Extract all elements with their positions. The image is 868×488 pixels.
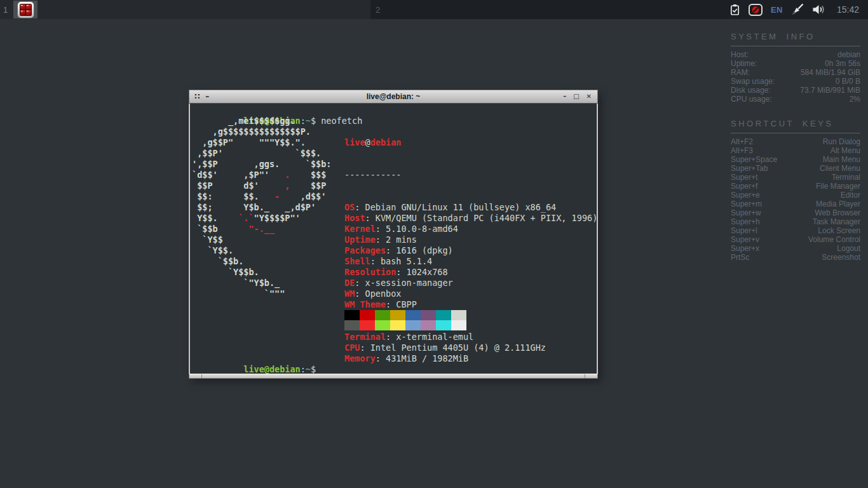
neofetch-field: Host: KVM/QEMU (Standard PC (i440FX + PI… <box>344 213 597 224</box>
palette-swatch <box>390 320 405 330</box>
palette-swatch <box>344 320 360 330</box>
conky-system-info-title: SYSTEM INFO <box>731 32 860 41</box>
prompt-line-idle: live@debian:~$ <box>192 353 316 374</box>
prompt-user-host: live@debian <box>243 364 300 374</box>
conky-row: Super+wWeb Browser <box>731 208 860 217</box>
clipboard-icon[interactable] <box>729 4 740 16</box>
conky-row: Super+eEditor <box>731 191 860 200</box>
terminal-color-palette <box>344 310 466 330</box>
neofetch-field: WM Theme: CBPP <box>344 299 597 310</box>
keyboard-layout-indicator[interactable]: EN <box>771 5 783 15</box>
neofetch-field: Uptime: 2 mins <box>344 234 597 245</box>
desktop: 1 2 <box>0 0 868 488</box>
conky-row: Super+xLogout <box>731 244 860 253</box>
neofetch-field: Terminal: x-terminal-emul <box>344 332 597 342</box>
debian-ascii-logo: _,met$$$$$gg. ,g$$$$$$$$$$$$$$$P. ,g$$P"… <box>192 116 331 299</box>
neofetch-field: Shell: bash 5.1.4 <box>344 256 597 267</box>
terminal-app-icon <box>18 2 34 18</box>
divider <box>731 46 860 46</box>
palette-swatch <box>390 310 405 320</box>
terminal-window: ∷ – live@debian: ~ – □ ✕ live@debian:~$n… <box>189 90 598 379</box>
palette-swatch <box>375 320 390 330</box>
conky-row: Super+tTerminal <box>731 173 860 182</box>
palette-swatch <box>344 310 360 320</box>
palette-swatch <box>436 310 451 320</box>
workspace-1-label: 1 <box>3 5 12 15</box>
palette-swatch <box>451 310 466 320</box>
maximize-button[interactable]: □ <box>573 93 579 100</box>
conky-row: Swap usage:0 B/0 B <box>731 77 860 86</box>
conky-row: Super+TabClient Menu <box>731 164 860 173</box>
conky-row: Alt+F3Alt Menu <box>731 146 860 155</box>
neofetch-field: OS: Debian GNU/Linux 11 (bullseye) x86_6… <box>344 202 597 213</box>
clock[interactable]: 15:42 <box>837 4 859 15</box>
window-titlebar[interactable]: ∷ – live@debian: ~ – □ ✕ <box>189 90 598 104</box>
conky-row: Host:debian <box>731 50 860 59</box>
conky-shortcut-keys-title: SHORTCUT KEYS <box>731 119 860 128</box>
neofetch-field: Kernel: 5.10.0-8-amd64 <box>344 224 597 234</box>
prompt-colon: : <box>301 364 306 374</box>
palette-swatch <box>405 320 421 330</box>
close-button[interactable]: ✕ <box>587 93 592 100</box>
workspace-2[interactable]: 2 EN <box>370 0 868 19</box>
conky-row: Super+vVolume Control <box>731 235 860 244</box>
terminal-body: live@debian:~$neofetch _,met$$$$$gg. ,g$… <box>189 104 598 374</box>
no-entry-icon[interactable] <box>749 4 763 16</box>
neofetch-title: live@debian <box>344 137 597 148</box>
top-panel: 1 2 <box>0 0 868 19</box>
palette-swatch <box>360 320 375 330</box>
neofetch-field: Memory: 431MiB / 1982MiB <box>344 353 597 364</box>
palette-swatch <box>405 310 421 320</box>
neofetch-field: DE: x-session-manager <box>344 278 597 288</box>
handle-grip-left <box>201 374 202 378</box>
palette-swatch <box>360 310 375 320</box>
neofetch-field: Packages: 1616 (dpkg) <box>344 245 597 256</box>
neofetch-field: CPU: Intel Pentium 4405U (4) @ 2.111GHz <box>344 342 597 353</box>
minimize-button[interactable]: – <box>563 93 566 100</box>
conky-row: CPU usage:2% <box>731 95 860 104</box>
neofetch-underline: ----------- <box>344 170 597 180</box>
workspace-1[interactable]: 1 <box>0 0 370 19</box>
conky-row: Super+hTask Manager <box>731 217 860 226</box>
palette-swatch <box>421 310 436 320</box>
palette-swatch <box>421 320 436 330</box>
palette-swatch <box>375 310 390 320</box>
conky-row: Super+SpaceMain Menu <box>731 155 860 164</box>
conky-row: Alt+F2Run Dialog <box>731 137 860 146</box>
conky-row: Uptime:0h 3m 56s <box>731 59 860 68</box>
handle-grip-right <box>585 374 585 378</box>
system-tray: EN 15:42 <box>729 3 868 16</box>
conky-row: RAM:584 MiB/1.94 GiB <box>731 68 860 77</box>
conky-row: PrtScScreenshot <box>731 253 860 262</box>
prompt-path: ~ <box>306 364 311 374</box>
neofetch-info: live@debian ----------- OS: Debian GNU/L… <box>344 116 597 374</box>
conky-system-info: SYSTEM INFO Host:debianUptime:0h 3m 56sR… <box>731 32 860 104</box>
speaker-icon[interactable] <box>812 4 825 15</box>
palette-swatch <box>436 320 451 330</box>
conky-widget: SYSTEM INFO Host:debianUptime:0h 3m 56sR… <box>731 32 860 277</box>
window-title: live@debian: ~ <box>189 92 597 101</box>
conky-row: Disk usage:73.7 MiB/991 MiB <box>731 86 860 95</box>
conky-row: Super+fFile Manager <box>731 182 860 191</box>
window-resize-handle[interactable] <box>189 374 598 379</box>
paintbrush-icon[interactable] <box>791 3 804 16</box>
neofetch-field: WM: Openbox <box>344 288 597 299</box>
palette-swatch <box>451 320 466 330</box>
terminal-content: live@debian:~$neofetch _,met$$$$$gg. ,g$… <box>190 104 597 374</box>
taskbar-terminal-button[interactable] <box>13 1 37 18</box>
workspace-2-label: 2 <box>376 5 384 15</box>
prompt-symbol: $ <box>311 364 316 374</box>
conky-row: Super+lLock Screen <box>731 226 860 235</box>
neofetch-field: Resolution: 1024x768 <box>344 267 597 278</box>
conky-row: Super+mMedia Player <box>731 200 860 208</box>
conky-shortcut-keys: SHORTCUT KEYS Alt+F2Run DialogAlt+F3Alt … <box>731 119 860 262</box>
divider <box>731 133 860 133</box>
